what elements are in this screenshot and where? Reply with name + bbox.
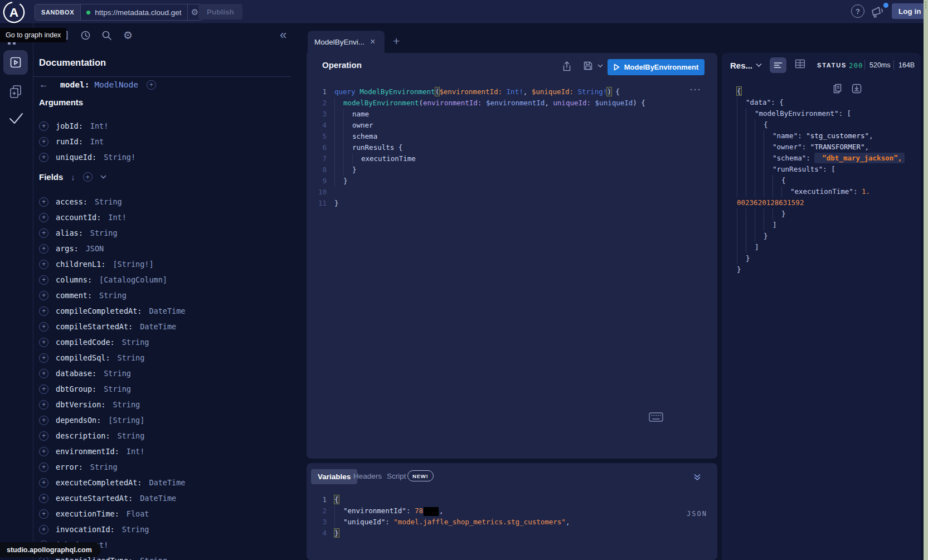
docs-type-link[interactable]: ModelNode [94,80,138,89]
add-field-icon[interactable]: + [39,525,48,534]
add-field-icon[interactable]: + [39,260,48,269]
field-type[interactable]: JSON [86,244,104,253]
sidebar-item-checklist[interactable] [8,111,25,126]
add-field-icon[interactable]: + [39,213,48,222]
field-name[interactable]: compileStartedAt: [56,322,133,331]
sidebar-item-schema[interactable] [8,84,23,100]
code-line[interactable]: "schema": “dbt_mary_jackson”, [737,153,922,164]
response-json-view[interactable]: {"data": {"modelByEnvironment": [{"name"… [737,86,922,275]
add-field-icon[interactable]: + [39,369,48,378]
code-line[interactable]: 6runResults { [308,142,715,153]
endpoint-url-text[interactable]: https://metadata.cloud.get [95,8,181,17]
sort-fields-icon[interactable]: ↓ [71,172,75,182]
field-name[interactable]: compiledSql: [56,353,110,362]
field-name[interactable]: args: [56,244,79,253]
field-type[interactable]: String [122,338,149,347]
code-line[interactable]: ] [737,220,922,231]
apollo-logo[interactable]: A [2,1,26,24]
code-line[interactable]: ] [737,242,922,253]
argument-name[interactable]: runId: [56,137,83,146]
tab-modelbyenvironment[interactable]: ModelByEnvi... × [308,31,385,53]
field-type[interactable]: String [140,556,167,560]
add-field-icon[interactable]: + [39,275,48,285]
add-type-icon[interactable]: + [147,80,156,90]
keyboard-shortcuts-icon[interactable] [649,412,663,422]
field-name[interactable]: childrenL1: [56,260,105,269]
help-icon[interactable]: ? [851,4,864,18]
add-field-icon[interactable]: + [39,197,48,207]
back-arrow-icon[interactable]: ← [39,79,48,90]
add-argument-icon[interactable]: + [39,121,48,131]
code-line[interactable]: "runResults": [ [737,164,922,175]
add-all-fields-icon[interactable]: + [83,172,93,182]
field-type[interactable]: String [90,462,118,471]
add-field-icon[interactable]: + [39,478,48,488]
operation-editor[interactable]: 1query ModelByEnvironment($environmentId… [308,86,715,209]
argument-type[interactable]: String! [104,153,135,162]
fields-chevron-down-icon[interactable] [100,175,106,179]
code-line[interactable]: "data": { [737,97,922,108]
code-line[interactable]: 1query ModelByEnvironment($environmentId… [308,86,715,98]
field-type[interactable]: String [122,525,149,534]
field-name[interactable]: dbtGroup: [56,384,96,393]
field-name[interactable]: invocationId: [56,525,115,534]
field-type[interactable]: String [104,384,131,393]
field-name[interactable]: accountId: [56,213,101,222]
run-operation-button[interactable]: ModelByEnvironment [608,59,704,75]
argument-type[interactable]: Int! [90,121,109,130]
add-field-icon[interactable]: + [39,338,48,347]
tab-script[interactable]: Script [387,472,406,480]
collapse-panel-icon[interactable]: « [280,28,286,42]
code-line[interactable]: 0023620128631592 [737,197,922,208]
code-line[interactable]: 3"uniqueId": "model.jaffle_shop_metrics.… [308,517,715,528]
field-type[interactable]: String [118,353,145,362]
field-name[interactable]: executionTime: [56,509,119,518]
code-line[interactable]: 7executionTime [308,153,715,164]
code-line[interactable]: 1{ [308,494,715,505]
sidebar-item-explorer[interactable] [3,50,28,75]
add-field-icon[interactable]: + [39,384,48,394]
code-line[interactable]: } [737,208,922,220]
field-type[interactable]: DateTime [149,306,185,315]
field-type[interactable]: String [104,369,131,378]
tab-variables[interactable]: Variables [311,469,357,484]
code-line[interactable]: 9} [308,176,715,187]
variables-editor[interactable]: 1{2"environmentId": 78,3"uniqueId": "mod… [308,494,715,539]
code-line[interactable]: 11} [308,198,715,209]
field-type[interactable]: Float [127,509,149,518]
field-name[interactable]: compiledCode: [56,338,115,347]
field-type[interactable]: DateTime [149,478,185,487]
add-field-icon[interactable]: + [39,353,48,363]
field-type[interactable]: DateTime [140,494,176,503]
field-name[interactable]: comment: [56,291,92,300]
code-line[interactable]: 2"environmentId": 78, [308,505,715,517]
tab-headers[interactable]: Headers [353,472,382,480]
field-name[interactable]: description: [56,431,110,440]
code-line[interactable]: "owner": "TRANSFORMER", [737,142,922,153]
code-line[interactable]: 8} [308,164,715,176]
add-field-icon[interactable]: + [39,431,48,441]
response-table-view-button[interactable] [795,59,805,69]
code-line[interactable]: } [737,231,922,242]
add-field-icon[interactable]: + [39,306,48,316]
add-field-icon[interactable]: + [39,447,48,456]
code-line[interactable]: 10 [308,187,715,198]
field-name[interactable]: executeCompletedAt: [56,478,142,487]
code-line[interactable]: 4owner [308,120,715,131]
save-dropdown-chevron-icon[interactable] [597,64,603,68]
field-type[interactable]: String [90,228,118,237]
code-line[interactable]: "modelByEnvironment": [ [737,108,922,119]
add-field-icon[interactable]: + [39,291,48,300]
add-field-icon[interactable]: + [39,322,48,332]
field-name[interactable]: columns: [56,275,92,284]
code-line[interactable]: 2modelByEnvironment(environmentId: $envi… [308,98,715,109]
search-icon[interactable] [101,30,112,41]
tab-close-icon[interactable]: × [370,37,375,46]
response-dropdown-chevron-icon[interactable] [756,63,762,67]
code-line[interactable]: 5schema [308,131,715,142]
add-field-icon[interactable]: + [39,509,48,519]
argument-name[interactable]: uniqueId: [56,153,96,162]
field-name[interactable]: compileCompletedAt: [56,306,142,315]
code-line[interactable]: } [737,264,922,275]
field-type[interactable]: [String!] [113,260,153,269]
